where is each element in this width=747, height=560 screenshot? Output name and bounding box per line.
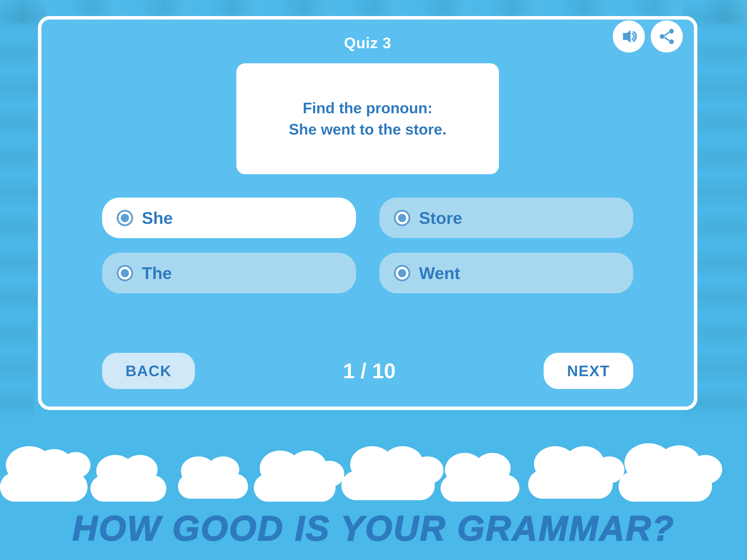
question-text: Find the pronoun: She went to the store. [289,98,446,140]
svg-line-5 [664,37,669,41]
cloud-2 [87,458,169,502]
svg-point-3 [660,34,664,39]
cloud-4 [251,455,338,502]
sound-button[interactable] [613,20,645,53]
question-line2: She went to the store. [289,121,446,138]
radio-the [117,265,133,281]
radio-she [117,210,133,226]
quiz-card: Quiz 3 Find the pronoun: She went to the… [38,16,697,410]
quiz-title: Quiz 3 [344,34,391,52]
answer-text-went: Went [419,263,460,283]
cloud-3 [175,458,251,499]
cloud-6 [438,456,522,502]
answer-store[interactable]: Store [379,198,633,238]
svg-marker-0 [623,30,630,43]
page-indicator: 1 / 10 [343,359,396,383]
bottom-bar: BACK 1 / 10 NEXT [91,353,645,389]
radio-went [394,265,410,281]
radio-inner-the [121,269,129,277]
answer-she[interactable]: She [102,198,356,238]
answer-went[interactable]: Went [379,253,633,293]
radio-inner-went [398,269,406,277]
share-icon [658,28,675,45]
svg-point-1 [669,29,674,33]
cloud-1 [0,449,93,502]
footer-tagline: HOW GOOD IS YOUR GRAMMAR? [0,508,747,548]
question-line1: Find the pronoun: [303,100,433,117]
next-button[interactable]: NEXT [544,353,633,389]
radio-inner-store [398,214,406,222]
share-button[interactable] [651,20,683,53]
cloud-8 [613,448,718,502]
svg-point-2 [669,40,674,44]
answer-text-she: She [142,208,173,228]
svg-line-4 [664,32,669,35]
answer-the[interactable]: The [102,253,356,293]
radio-store [394,210,410,226]
answer-text-store: Store [419,208,462,228]
top-icons [613,20,683,53]
question-box: Find the pronoun: She went to the store. [236,63,499,174]
sound-icon [620,28,638,45]
answer-text-the: The [142,263,172,283]
cloud-5 [338,451,438,500]
clouds-container [0,426,747,502]
radio-inner-she [121,214,129,222]
cloud-7 [525,451,616,499]
answers-grid: She Store The Went [91,198,645,293]
back-button[interactable]: BACK [102,353,195,389]
